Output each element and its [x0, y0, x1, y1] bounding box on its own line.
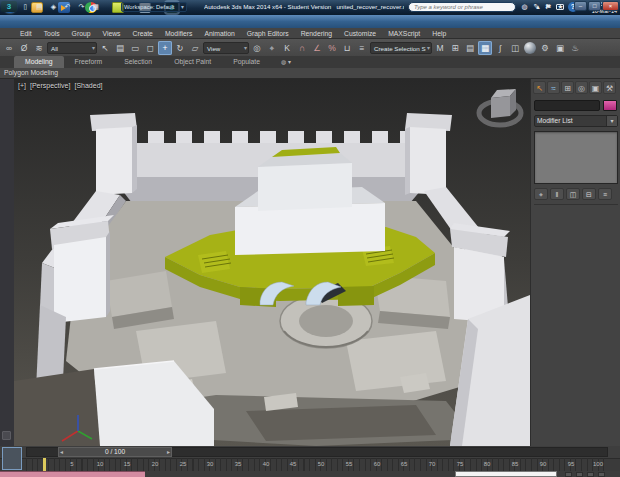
open-file-button[interactable]: ▤	[34, 2, 45, 12]
status-icon[interactable]	[598, 472, 605, 477]
new-scene-button[interactable]: ▯	[20, 2, 31, 12]
modifier-stack[interactable]	[534, 131, 618, 184]
undo-button[interactable]: ↶	[62, 2, 73, 12]
align-button[interactable]: ⊞	[448, 41, 462, 55]
minimize-button[interactable]: –	[574, 1, 587, 11]
percent-snap-toggle[interactable]: %	[325, 41, 339, 55]
status-coordinate-field[interactable]	[455, 471, 557, 477]
menu-item[interactable]: Modifiers	[159, 30, 199, 37]
ribbon-config-icon[interactable]: ◍ ▾	[281, 56, 291, 68]
rectangular-selection-region[interactable]: ▭	[128, 41, 142, 55]
search-icon[interactable]: ◍	[520, 2, 529, 12]
select-and-manipulate[interactable]: ⌖	[265, 41, 279, 55]
select-object[interactable]: ↖	[98, 41, 112, 55]
named-selection-sets-dropdown[interactable]: Create Selection S	[370, 42, 432, 54]
select-by-name[interactable]: ▤	[113, 41, 127, 55]
perspective-viewport[interactable]: [+] [Perspective] [Shaded]	[14, 79, 530, 446]
graphite-ribbon-toggle[interactable]: ▦	[478, 41, 492, 55]
motion-tab[interactable]: ◎	[575, 81, 588, 94]
hierarchy-tab[interactable]: ⊞	[561, 81, 574, 94]
select-and-rotate[interactable]: ↻	[173, 41, 187, 55]
render-setup-button[interactable]: ⚙	[538, 41, 552, 55]
keyboard-shortcut-override[interactable]: K	[280, 41, 294, 55]
remove-modifier-button[interactable]: ⊟	[582, 188, 596, 200]
time-slider-handle[interactable]: ◂ 0 / 100 ▸	[58, 447, 172, 457]
snap-toggle-3d[interactable]: ∩	[295, 41, 309, 55]
menu-item[interactable]: Tools	[38, 30, 66, 37]
close-button[interactable]: ×	[602, 1, 619, 11]
mirror-button[interactable]: M	[433, 41, 447, 55]
schematic-view-button[interactable]: ◫	[508, 41, 522, 55]
selection-filter-dropdown[interactable]: All	[47, 42, 97, 54]
infocenter-search-input[interactable]	[408, 2, 516, 12]
ribbon-tab[interactable]: Freeform	[64, 56, 114, 68]
ribbon-tab[interactable]: Modeling	[14, 56, 64, 68]
angle-snap-toggle[interactable]: ∠	[310, 41, 324, 55]
utilities-tab[interactable]: ⚒	[603, 81, 616, 94]
modifier-list-arrow-icon[interactable]: ▾	[606, 116, 617, 126]
next-frame-arrow-icon[interactable]: ▸	[167, 448, 170, 456]
curve-editor-button[interactable]: ∫	[493, 41, 507, 55]
show-end-result-button[interactable]: ‖	[550, 188, 564, 200]
viewport-general-menu[interactable]: [+]	[18, 82, 26, 89]
exchange-apps-icon[interactable]: ⇄	[544, 2, 553, 12]
ribbon-tab[interactable]: Object Paint	[163, 56, 222, 68]
display-tab[interactable]: ▣	[589, 81, 602, 94]
previous-frame-arrow-icon[interactable]: ◂	[60, 448, 63, 456]
render-production-button[interactable]: ♨	[568, 41, 582, 55]
modify-tab[interactable]: ≈	[547, 81, 560, 94]
save-file-button[interactable]: ◈	[48, 2, 59, 12]
menu-item[interactable]: Create	[127, 30, 159, 37]
favorites-icon[interactable]: ★	[556, 2, 565, 12]
status-icon[interactable]	[565, 472, 572, 477]
material-editor-button[interactable]: ●	[524, 42, 536, 54]
status-icon[interactable]	[587, 472, 594, 477]
pin-stack-button[interactable]: ⌖	[534, 188, 548, 200]
menu-item[interactable]: Edit	[14, 30, 38, 37]
current-frame-marker[interactable]	[43, 458, 46, 471]
maxscript-mini-listener[interactable]	[0, 471, 145, 477]
window-crossing-toggle[interactable]: ◻	[143, 41, 157, 55]
status-icon[interactable]	[576, 472, 583, 477]
application-menu-button[interactable]: 3	[1, 1, 17, 12]
spinner-snap-toggle[interactable]: ⊔	[340, 41, 354, 55]
ribbon-panel-label[interactable]: Polygon Modeling	[0, 68, 620, 79]
frame-tick-label: 5	[70, 461, 73, 467]
menu-item[interactable]: Graph Editors	[241, 30, 295, 37]
communication-center-icon[interactable]: ✎	[532, 2, 541, 12]
layer-manager-button[interactable]: ▤	[463, 41, 477, 55]
menu-item[interactable]: Group	[66, 30, 97, 37]
select-and-scale[interactable]: ▱	[188, 41, 202, 55]
ribbon-tab[interactable]: Populate	[222, 56, 271, 68]
create-tab[interactable]: ↖	[533, 81, 546, 94]
reference-coordinate-dropdown[interactable]: View	[203, 42, 249, 54]
project-folder-button[interactable]: ▦	[90, 2, 101, 12]
edit-named-selection-sets[interactable]: ≡	[355, 41, 369, 55]
menu-item[interactable]: Rendering	[295, 30, 338, 37]
object-color-swatch[interactable]	[603, 100, 617, 111]
modifier-list-dropdown[interactable]: Modifier List ▾	[534, 115, 618, 127]
viewport-pov-menu[interactable]: [Perspective]	[30, 82, 70, 89]
menu-item[interactable]: Views	[96, 30, 126, 37]
menu-item[interactable]: Animation	[198, 30, 240, 37]
restore-button[interactable]: □	[588, 1, 601, 11]
menu-item[interactable]: Customize	[338, 30, 382, 37]
unlink-selection[interactable]: Ø	[17, 41, 31, 55]
frame-tick-label: 35	[235, 461, 242, 467]
menu-item[interactable]: MAXScript	[382, 30, 426, 37]
rendered-frame-window-button[interactable]: ▣	[553, 41, 567, 55]
open-mini-curve-editor-button[interactable]	[2, 447, 22, 470]
select-and-move[interactable]: +	[158, 41, 172, 55]
object-name-field[interactable]	[534, 100, 600, 111]
make-unique-button[interactable]: ◫	[566, 188, 580, 200]
select-and-link[interactable]: ∞	[2, 41, 16, 55]
bind-to-space-warp[interactable]: ≋	[32, 41, 46, 55]
ribbon-tab[interactable]: Selection	[113, 56, 163, 68]
menu-item[interactable]: Help	[426, 30, 452, 37]
workspace-dropdown[interactable]: Workspace: Default	[121, 2, 187, 12]
configure-modifier-sets-button[interactable]: ≡	[598, 188, 612, 200]
viewport-shading-menu[interactable]: [Shaded]	[74, 82, 102, 89]
redo-button[interactable]: ↷	[76, 2, 87, 12]
viewport-layout-tab-icon[interactable]	[2, 431, 11, 440]
use-pivot-point-center[interactable]: ◎	[250, 41, 264, 55]
